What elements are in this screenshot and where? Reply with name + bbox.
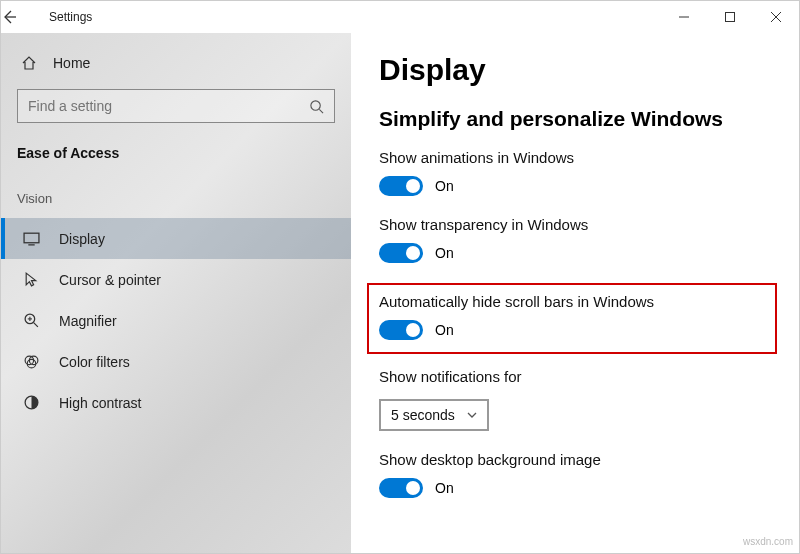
window-title: Settings: [49, 10, 92, 24]
toggle-animations[interactable]: [379, 176, 423, 196]
sidebar-item-label: Magnifier: [59, 313, 117, 329]
section-heading: Simplify and personalize Windows: [379, 107, 771, 131]
toggle-state: On: [435, 178, 454, 194]
toggle-transparency[interactable]: [379, 243, 423, 263]
sidebar: Home Ease of Access Vision Display Curso…: [1, 33, 351, 553]
setting-label: Automatically hide scroll bars in Window…: [379, 293, 765, 310]
notifications-dropdown[interactable]: 5 seconds: [379, 399, 489, 431]
sidebar-item-magnifier[interactable]: Magnifier: [1, 300, 351, 341]
setting-hide-scroll: Automatically hide scroll bars in Window…: [379, 293, 765, 340]
toggle-hide-scroll[interactable]: [379, 320, 423, 340]
sidebar-item-high-contrast[interactable]: High contrast: [1, 382, 351, 423]
home-icon: [21, 55, 37, 71]
sidebar-item-color-filters[interactable]: Color filters: [1, 341, 351, 382]
sidebar-item-label: High contrast: [59, 395, 141, 411]
display-icon: [23, 230, 41, 247]
magnifier-icon: [23, 312, 41, 329]
sidebar-item-label: Color filters: [59, 354, 130, 370]
svg-line-5: [319, 109, 323, 113]
cursor-icon: [23, 271, 41, 288]
home-button[interactable]: Home: [1, 45, 351, 81]
high-contrast-icon: [23, 394, 41, 411]
setting-label: Show notifications for: [379, 368, 771, 385]
watermark: wsxdn.com: [743, 536, 793, 547]
page-title: Display: [379, 53, 771, 87]
setting-label: Show desktop background image: [379, 451, 771, 468]
search-input[interactable]: [28, 98, 280, 114]
close-button[interactable]: [753, 1, 799, 33]
sidebar-item-label: Display: [59, 231, 105, 247]
highlighted-setting: Automatically hide scroll bars in Window…: [367, 283, 777, 354]
titlebar: Settings: [1, 1, 799, 33]
setting-transparency: Show transparency in Windows On: [379, 216, 771, 263]
svg-point-4: [311, 100, 320, 109]
search-box[interactable]: [17, 89, 335, 123]
setting-desktop-bg: Show desktop background image On: [379, 451, 771, 498]
home-label: Home: [53, 55, 90, 71]
setting-animations: Show animations in Windows On: [379, 149, 771, 196]
setting-label: Show animations in Windows: [379, 149, 771, 166]
toggle-state: On: [435, 480, 454, 496]
category-heading: Ease of Access: [1, 141, 351, 175]
sidebar-item-cursor[interactable]: Cursor & pointer: [1, 259, 351, 300]
toggle-desktop-bg[interactable]: [379, 478, 423, 498]
minimize-button[interactable]: [661, 1, 707, 33]
setting-notifications: Show notifications for 5 seconds: [379, 368, 771, 431]
sidebar-item-display[interactable]: Display: [1, 218, 351, 259]
svg-line-9: [34, 323, 38, 327]
toggle-state: On: [435, 322, 454, 338]
color-filters-icon: [23, 353, 41, 370]
maximize-button[interactable]: [707, 1, 753, 33]
svg-rect-6: [24, 233, 39, 243]
svg-rect-1: [726, 13, 735, 22]
back-button[interactable]: [1, 9, 45, 25]
content-pane: Display Simplify and personalize Windows…: [351, 33, 799, 553]
toggle-state: On: [435, 245, 454, 261]
setting-label: Show transparency in Windows: [379, 216, 771, 233]
group-heading: Vision: [1, 175, 351, 218]
sidebar-item-label: Cursor & pointer: [59, 272, 161, 288]
search-icon: [309, 99, 324, 114]
dropdown-value: 5 seconds: [391, 407, 455, 423]
chevron-down-icon: [467, 410, 477, 420]
